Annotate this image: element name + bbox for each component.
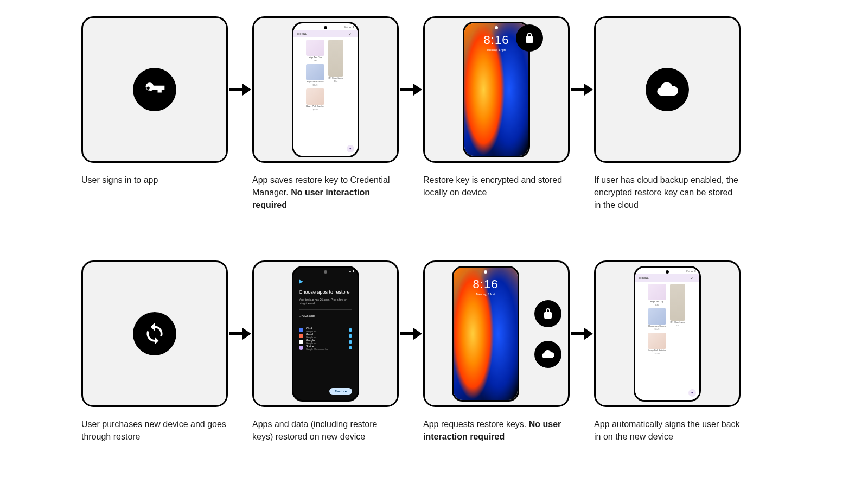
arrow-icon [399,260,423,407]
restore-title: Choose apps to restore [299,289,352,295]
phone-locked: 8:16 Tuesday, 6 April [452,266,519,402]
step-signin: User signs in to app [81,16,228,186]
restore-subtitle: Your backup has 26 apps. Pick a few or b… [299,298,352,305]
restore-app-row[interactable]: ShrineGoogle IO example Inc [299,345,352,351]
step-request-keys-box: 8:16 Tuesday, 6 April [423,260,570,407]
sync-icon [133,312,176,355]
step-auto-signin: 5G▲▮ SHRINE Q ⋮ High Tea Cup$30 Hopscotc… [594,260,741,443]
restore-app-row[interactable]: ClockGoogle Inc [299,327,352,333]
step-encrypted-local-box: 8:16 Tuesday, 6 April [423,16,570,163]
step-cloud-backup: If user has cloud backup enabled, the en… [594,16,741,212]
step-request-keys: 8:16 Tuesday, 6 April App requests resto… [423,260,570,443]
checkbox-icon [349,334,352,338]
phone-shrine-app: 5G▲▮ SHRINE Q ⋮ High Tea Cup$30 Hopscotc… [634,266,701,402]
cloud-icon [534,341,561,368]
step-save-key-caption: App saves restore key to Credential Mana… [252,163,399,212]
step-cloud-backup-caption: If user has cloud backup enabled, the en… [594,163,741,212]
lock-icon [534,300,561,327]
phone-restore-dialog: ▲▮ Choose apps to restore Your backup ha… [292,266,359,402]
step-new-device: User purchases new device and goes throu… [81,260,228,443]
checkbox-icon [349,340,352,344]
flow-row-2: User purchases new device and goes throu… [81,260,787,443]
step-auto-signin-caption: App automatically signs the user back in… [594,407,741,443]
step-auto-signin-box: 5G▲▮ SHRINE Q ⋮ High Tea Cup$30 Hopscotc… [594,260,741,407]
lock-date: Tuesday, 6 April [464,48,528,52]
arrow-icon [399,16,423,163]
step-encrypted-local-caption: Restore key is encrypted and stored loca… [423,163,570,199]
restore-app-row[interactable]: GoogleGoogle Inc [299,339,352,345]
restore-app-row[interactable]: GmailGoogle Inc [299,333,352,339]
lock-time: 8:16 [454,277,518,291]
fab-icon: ▾ [347,145,354,152]
appbar-title: SHRINE [639,276,649,279]
step-save-key-box: 5G▲▮ SHRINE Q ⋮ High Tea Cup$30 Hopscotc… [252,16,399,163]
step-cloud-backup-box [594,16,741,163]
step-new-device-box [81,260,228,407]
cloud-icon [646,68,689,111]
play-store-icon [299,279,303,284]
key-icon [133,68,176,111]
step-save-key: 5G▲▮ SHRINE Q ⋮ High Tea Cup$30 Hopscotc… [252,16,399,212]
step-restore-apps-box: ▲▮ Choose apps to restore Your backup ha… [252,260,399,407]
restore-all-label: ☐ All 26 apps [299,314,352,317]
checkbox-icon [349,346,352,349]
arrow-icon [228,16,252,163]
flow-row-1: User signs in to app 5G▲▮ SHRINE Q ⋮ Hig… [81,16,787,212]
arrow-icon [570,16,594,163]
lock-date: Tuesday, 6 April [454,293,518,296]
step-encrypted-local: 8:16 Tuesday, 6 April Restore key is enc… [423,16,570,199]
checkbox-icon [349,328,352,332]
step-signin-caption: User signs in to app [81,163,228,186]
step-new-device-caption: User purchases new device and goes throu… [81,407,228,443]
step-restore-apps: ▲▮ Choose apps to restore Your backup ha… [252,260,399,443]
phone-locked: 8:16 Tuesday, 6 April [463,22,530,157]
appbar-title: SHRINE [297,32,307,35]
arrow-icon [570,260,594,407]
lock-time: 8:16 [464,33,528,47]
step-signin-box [81,16,228,163]
arrow-icon [228,260,252,407]
phone-shrine-app: 5G▲▮ SHRINE Q ⋮ High Tea Cup$30 Hopscotc… [292,22,359,157]
step-request-keys-caption: App requests restore keys. No user inter… [423,407,570,443]
step-restore-apps-caption: Apps and data (including restore keys) r… [252,407,399,443]
fab-icon: ▾ [688,389,696,397]
restore-button[interactable]: Restore [329,388,352,395]
